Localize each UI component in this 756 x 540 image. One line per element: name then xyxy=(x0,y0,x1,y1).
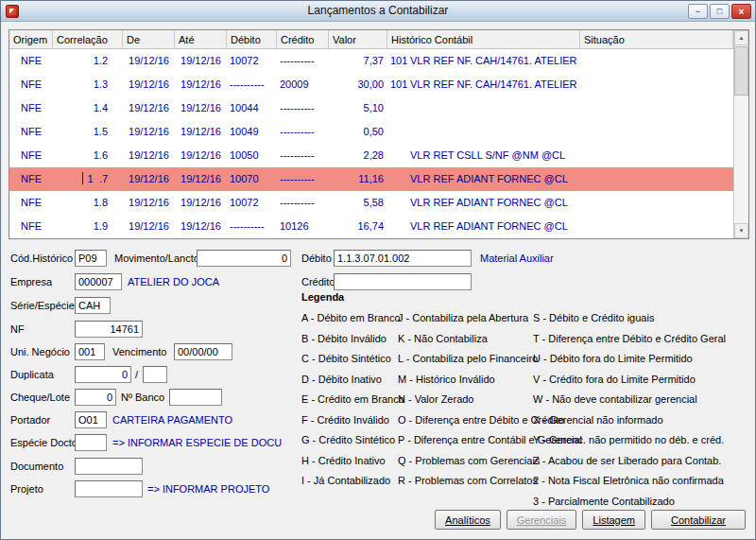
legend-item: D - Débito Inativo xyxy=(301,370,398,391)
cheque-lote-input[interactable] xyxy=(75,389,116,406)
cell-de: 19/12/16 xyxy=(123,215,175,238)
cell-correlacao: 1.6 xyxy=(53,144,123,167)
cell-situacao xyxy=(580,191,733,215)
debito-input[interactable] xyxy=(334,250,472,267)
historico-code xyxy=(387,167,410,191)
empresa-input[interactable] xyxy=(75,273,122,290)
historico-text: VLR REF ADIANT FORNEC @CL xyxy=(410,215,580,238)
movimento-input[interactable] xyxy=(197,250,291,267)
historico-text: VLR REF ADIANT FORNEC @CL xyxy=(410,167,580,191)
legend-col2: J - Contabiliza pela AberturaK - Não Con… xyxy=(398,308,533,512)
cell-credito: ---------- xyxy=(277,96,329,120)
cell-ate: 19/12/16 xyxy=(175,73,227,96)
cell-valor: 7,37 xyxy=(329,49,387,73)
cell-de: 19/12/16 xyxy=(123,73,175,96)
row-cod-historico: Cód.Histórico Movimento/Lancto Débito Ma… xyxy=(1,250,755,269)
uni-negocio-input[interactable] xyxy=(75,343,105,360)
cell-valor: 0,50 xyxy=(329,120,387,144)
documento-input[interactable] xyxy=(75,458,143,475)
column-header-7[interactable]: Histórico Contábil xyxy=(387,30,580,48)
legend: A - Débito em BrancoB - Débito InválidoC… xyxy=(301,308,747,512)
title-bar[interactable]: Lançamentos a Contabilizar − □ × xyxy=(1,1,755,22)
cell-historico: 101VLR REF NF. CAH/14761. ATELIER DO xyxy=(387,49,580,73)
minimize-button[interactable]: − xyxy=(688,4,708,19)
cell-situacao xyxy=(580,144,733,167)
projeto-input[interactable] xyxy=(75,480,143,497)
legend-item: J - Contabiliza pela Abertura xyxy=(398,308,533,329)
legend-item: X - Gerencial não informado xyxy=(533,410,747,431)
vertical-scrollbar[interactable]: ▲ ▼ xyxy=(733,30,748,238)
scroll-thumb[interactable] xyxy=(734,46,748,96)
contabilizar-button[interactable]: Contabilizar xyxy=(651,510,746,530)
legend-item: Q - Problemas com Gerenciais xyxy=(398,451,533,472)
table-header: OrigemCorrelaçãoDeAtéDébitoCréditoValorH… xyxy=(9,30,733,49)
duplicata-parcela-input[interactable] xyxy=(143,366,167,383)
legend-item: E - Crédito em Branco xyxy=(301,390,398,410)
column-header-5[interactable]: Crédito xyxy=(277,30,329,48)
lancamentos-grid: OrigemCorrelaçãoDeAtéDébitoCréditoValorH… xyxy=(9,29,749,239)
n-banco-input[interactable] xyxy=(169,389,222,406)
legend-item: B - Débito Inválido xyxy=(301,329,398,350)
analiticos-button[interactable]: Analíticos xyxy=(435,510,501,530)
historico-text: VLR RET CSLL S/NF @NM @CL xyxy=(410,144,580,167)
cell-valor: 16,74 xyxy=(329,215,387,238)
cell-correlacao: 1.5 xyxy=(53,120,123,144)
legend-item: T - Diferença entre Débito e Crédito Ger… xyxy=(533,329,747,350)
vencimento-input[interactable] xyxy=(174,343,232,360)
debito-label: Débito xyxy=(301,253,332,264)
table-row[interactable]: NFE1.819/12/1619/12/1610072----------5,5… xyxy=(9,191,733,215)
especie-docto-input[interactable] xyxy=(75,434,107,451)
table-row[interactable]: NFE1.619/12/1619/12/1610050----------2,2… xyxy=(9,144,733,167)
cell-credito: ---------- xyxy=(277,49,329,73)
historico-text: VLR REF ADIANT FORNEC @CL xyxy=(410,191,580,215)
column-header-0[interactable]: Origem xyxy=(9,30,53,48)
column-header-4[interactable]: Débito xyxy=(227,30,277,48)
table-row[interactable]: NFE1.919/12/1619/12/16----------1012616,… xyxy=(9,215,733,238)
listagem-button[interactable]: Listagem xyxy=(582,510,645,530)
historico-text xyxy=(410,120,580,144)
cell-correlacao: 1.8 xyxy=(53,191,123,215)
cell-de: 19/12/16 xyxy=(123,96,175,120)
portador-input[interactable] xyxy=(75,411,107,428)
cod-historico-input[interactable] xyxy=(75,250,107,267)
cell-de: 19/12/16 xyxy=(123,49,175,73)
table-body: NFE1.219/12/1619/12/1610072----------7,3… xyxy=(9,49,733,238)
cell-historico xyxy=(387,120,580,144)
column-header-8[interactable]: Situação xyxy=(580,30,733,48)
nf-label: NF xyxy=(10,323,25,335)
legend-col1: A - Débito em BrancoB - Débito InválidoC… xyxy=(301,308,398,512)
duplicata-input[interactable] xyxy=(75,366,131,383)
column-header-3[interactable]: Até xyxy=(175,30,227,48)
cell-situacao xyxy=(580,215,733,238)
serie-especie-input[interactable] xyxy=(75,297,111,314)
table-row[interactable]: NFE1.419/12/1619/12/1610044----------5,1… xyxy=(9,96,733,120)
scroll-down-icon[interactable]: ▼ xyxy=(734,223,748,238)
portador-note: CARTEIRA PAGAMENTO xyxy=(112,414,232,426)
table-row[interactable]: NFE1.519/12/1619/12/1610049----------0,5… xyxy=(9,120,733,144)
gerenciais-button[interactable]: Gerenciais xyxy=(507,510,577,530)
maximize-button[interactable]: □ xyxy=(710,4,730,19)
app-window: Lançamentos a Contabilizar − □ × OrigemC… xyxy=(0,0,756,540)
legend-item: S - Débito e Crédito iguais xyxy=(533,308,747,329)
projeto-note: => INFORMAR PROJETO xyxy=(147,483,269,495)
cell-origem: NFE xyxy=(9,120,53,144)
table-row[interactable]: NFE1.219/12/1619/12/1610072----------7,3… xyxy=(9,49,733,73)
nf-input[interactable] xyxy=(75,321,143,338)
legend-item: I - Já Contabilizado xyxy=(301,471,398,492)
column-header-2[interactable]: De xyxy=(123,30,175,48)
table-row[interactable]: NFE1 .719/12/1619/12/1610070----------11… xyxy=(9,167,733,191)
close-button[interactable]: × xyxy=(731,4,751,19)
column-header-1[interactable]: Correlação xyxy=(53,30,123,48)
credito-input[interactable] xyxy=(334,273,472,290)
cell-origem: NFE xyxy=(9,215,53,238)
cell-credito: ---------- xyxy=(277,144,329,167)
serie-especie-label: Série/Espécie xyxy=(10,300,75,311)
column-header-6[interactable]: Valor xyxy=(329,30,387,48)
table-row[interactable]: NFE1.319/12/1619/12/16----------2000930,… xyxy=(9,73,733,96)
scroll-up-icon[interactable]: ▲ xyxy=(734,30,748,45)
cell-credito: 20009 xyxy=(277,73,329,96)
legend-col3: S - Débito e Crédito iguaisT - Diferença… xyxy=(533,308,747,512)
cell-ate: 19/12/16 xyxy=(175,120,227,144)
cell-ate: 19/12/16 xyxy=(175,144,227,167)
cell-de: 19/12/16 xyxy=(123,191,175,215)
